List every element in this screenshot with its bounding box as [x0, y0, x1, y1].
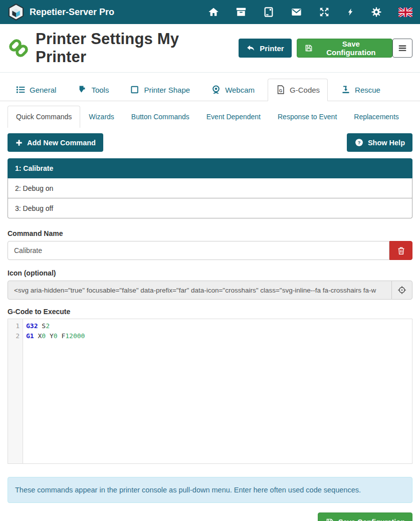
- subtab-label: Response to Event: [278, 113, 337, 121]
- fullscreen-icon[interactable]: [319, 7, 330, 18]
- tab-label: Printer Shape: [144, 86, 190, 94]
- repetier-logo-icon: [8, 4, 25, 21]
- delete-command-button[interactable]: [389, 241, 412, 260]
- subtab-response-to-event[interactable]: Response to Event: [269, 106, 345, 128]
- info-message: These commands appear in the printer con…: [8, 477, 412, 503]
- subtab-label: Quick Commands: [16, 113, 72, 121]
- tab-label: Tools: [91, 86, 109, 94]
- subtab-quick-commands[interactable]: Quick Commands: [8, 106, 80, 128]
- list-item-label: 1: Calibrate: [15, 164, 53, 172]
- add-new-command-label: Add New Command: [27, 139, 96, 147]
- subtab-button-commands[interactable]: Button Commands: [123, 106, 198, 128]
- print-jobs-icon[interactable]: [236, 7, 247, 18]
- subtab-label: Event Dependent: [206, 113, 261, 121]
- home-icon[interactable]: [208, 7, 219, 18]
- list-item-label: 3: Debug off: [15, 204, 53, 212]
- navbar-icon-group: [208, 7, 412, 18]
- svg-text:?: ?: [357, 140, 360, 145]
- tab-tools[interactable]: Tools: [69, 79, 117, 101]
- code-line: G32 S2: [26, 321, 412, 331]
- subtab-label: Button Commands: [131, 113, 189, 121]
- gcodes-subtabs: Quick Commands Wizards Button Commands E…: [0, 106, 420, 128]
- list-item-debug-on[interactable]: 2: Debug on: [8, 178, 412, 198]
- rescue-icon: [341, 85, 351, 95]
- plus-icon: [15, 139, 23, 147]
- language-flag-icon[interactable]: [398, 8, 412, 17]
- show-help-label: Show Help: [368, 139, 405, 147]
- tab-label: General: [30, 86, 56, 94]
- printer-icon[interactable]: [263, 7, 274, 18]
- quick-command-list: 1: Calibrate 2: Debug on 3: Debug off: [8, 158, 412, 218]
- back-arrow-icon: [246, 44, 256, 53]
- tab-printer-shape[interactable]: Printer Shape: [122, 79, 198, 101]
- save-configuration-label: Save Configuration: [338, 518, 405, 521]
- crosshairs-icon: [391, 281, 412, 300]
- save-icon: [325, 517, 334, 521]
- footer: Save Configuration: [8, 512, 412, 521]
- power-icon[interactable]: [346, 7, 354, 18]
- tab-label: Webcam: [225, 86, 255, 94]
- global-settings-gear-icon[interactable]: [371, 7, 382, 18]
- brand[interactable]: Repetier-Server Pro: [8, 4, 114, 21]
- icon-input[interactable]: [8, 281, 392, 300]
- gcode-file-icon: G: [276, 85, 286, 95]
- trash-icon: [396, 246, 406, 255]
- command-name-group: [8, 241, 412, 260]
- command-name-input[interactable]: [8, 241, 389, 260]
- icon-optional-label: Icon (optional): [8, 269, 412, 277]
- webcam-icon: [211, 85, 221, 95]
- save-icon: [304, 44, 313, 53]
- subtab-label: Wizards: [89, 113, 114, 121]
- editor-code-area[interactable]: G32 S2 G1 X0 Y0 F12000: [23, 319, 412, 463]
- printer-button-label: Printer: [260, 44, 284, 53]
- brand-title: Repetier-Server Pro: [30, 7, 114, 18]
- tab-rescue[interactable]: Rescue: [333, 79, 388, 101]
- extruder-icon: [77, 85, 87, 95]
- page-header: Printer Settings My Printer Printer Save…: [0, 24, 420, 73]
- list-item-calibrate[interactable]: 1: Calibrate: [8, 158, 412, 178]
- editor-line-numbers: 1 2: [8, 319, 23, 463]
- top-navbar: Repetier-Server Pro: [0, 0, 420, 24]
- gcode-editor[interactable]: 1 2 G32 S2 G1 X0 Y0 F12000: [8, 319, 412, 464]
- icon-group: [8, 281, 412, 300]
- menu-button[interactable]: [392, 39, 412, 58]
- save-configuration-button-bottom[interactable]: Save Configuration: [318, 512, 412, 521]
- printer-button[interactable]: Printer: [239, 39, 291, 58]
- page-title: Printer Settings My Printer: [36, 30, 232, 66]
- printer-settings-tabs: General Tools Printer Shape Webcam: [0, 79, 420, 101]
- square-icon: [130, 85, 140, 95]
- subtab-event-dependent[interactable]: Event Dependent: [198, 106, 269, 128]
- quick-commands-toolbar: Add New Command ? Show Help: [0, 133, 420, 152]
- messages-icon[interactable]: [291, 7, 302, 18]
- subtab-wizards[interactable]: Wizards: [80, 106, 123, 128]
- hamburger-icon: [397, 43, 408, 54]
- subtab-replacements[interactable]: Replacements: [345, 106, 407, 128]
- line-number: 2: [8, 331, 23, 341]
- tab-label: G-Codes: [290, 86, 320, 94]
- line-number: 1: [8, 321, 23, 331]
- tab-general[interactable]: General: [8, 79, 64, 101]
- add-new-command-button[interactable]: Add New Command: [8, 133, 103, 152]
- list-item-debug-off[interactable]: 3: Debug off: [8, 198, 412, 218]
- save-configuration-button-top[interactable]: Save Configuration: [297, 39, 392, 58]
- code-line: G1 X0 Y0 F12000: [26, 331, 412, 341]
- tab-label: Rescue: [355, 86, 380, 94]
- list-item-label: 2: Debug on: [15, 184, 53, 192]
- chain-link-icon: [8, 37, 30, 59]
- tab-gcodes[interactable]: G G-Codes: [268, 79, 328, 101]
- save-configuration-label: Save Configuration: [317, 40, 385, 57]
- command-name-label: Command Name: [8, 229, 412, 237]
- gcode-to-execute-label: G-Code to Execute: [8, 308, 412, 316]
- list-icon: [16, 85, 26, 95]
- subtab-label: Replacements: [354, 113, 399, 121]
- show-help-button[interactable]: ? Show Help: [347, 133, 412, 152]
- svg-text:G: G: [279, 88, 282, 93]
- tab-webcam[interactable]: Webcam: [203, 79, 263, 101]
- question-circle-icon: ?: [354, 138, 364, 147]
